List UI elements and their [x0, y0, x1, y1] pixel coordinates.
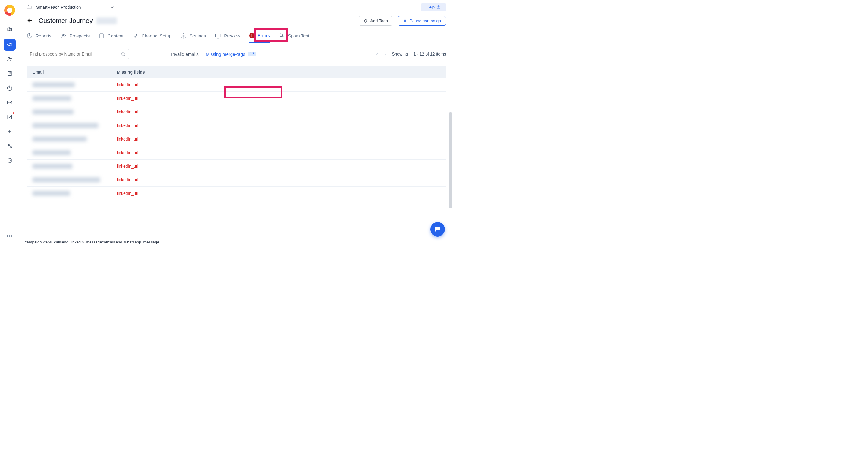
missing-field-value: linkedin_url [117, 177, 253, 182]
pager-range: 1 - 12 of 12 items [413, 52, 446, 56]
missing-field-value: linkedin_url [117, 164, 253, 169]
col-missing: Missing fields [117, 70, 440, 75]
pause-campaign-button[interactable]: Pause campaign [398, 16, 446, 26]
table-row[interactable]: linkedin_url [27, 187, 446, 200]
nav-people[interactable] [4, 53, 16, 65]
table-row[interactable]: linkedin_url [27, 159, 446, 173]
search-box[interactable] [27, 49, 129, 59]
add-tags-label: Add Tags [370, 19, 388, 23]
email-redacted [33, 164, 72, 169]
email-redacted [33, 150, 70, 155]
svg-rect-19 [216, 34, 220, 37]
nav-campaigns[interactable] [4, 39, 16, 51]
rocket-icon [7, 27, 13, 33]
campaign-name-redacted [96, 18, 117, 24]
email-cell [33, 191, 117, 196]
svg-point-20 [122, 53, 124, 55]
workspace-selector[interactable]: SmartReach Production [27, 4, 115, 10]
tab-content[interactable]: Content [98, 29, 124, 43]
sliders-icon [133, 33, 138, 39]
missing-field-value: linkedin_url [117, 123, 253, 128]
table-row[interactable]: linkedin_url [27, 92, 446, 105]
merge-count-badge: 12 [248, 52, 256, 56]
content: Invalid emails Missing merge-tags 12 ‹ ›… [19, 43, 453, 245]
svg-point-0 [8, 57, 10, 59]
plus-icon [7, 128, 13, 135]
svg-point-16 [136, 34, 137, 35]
email-redacted [33, 137, 87, 142]
email-cell [33, 110, 117, 114]
svg-rect-11 [404, 20, 405, 22]
table-header: Email Missing fields [27, 66, 446, 78]
help-button[interactable]: Help [421, 3, 446, 11]
flag-icon [279, 33, 285, 39]
nav-add[interactable] [4, 125, 16, 138]
nav-settings[interactable] [4, 154, 16, 167]
help-icon [436, 5, 441, 9]
monitor-icon [215, 33, 221, 39]
nav-building[interactable] [4, 67, 16, 80]
tag-icon [363, 19, 368, 23]
error-sub-tabs: Invalid emails Missing merge-tags 12 [171, 47, 256, 61]
user-search-icon [7, 143, 13, 149]
add-tags-button[interactable]: Add Tags [359, 16, 393, 26]
scrollbar[interactable] [449, 112, 452, 208]
filter-row: Invalid emails Missing merge-tags 12 ‹ ›… [19, 47, 453, 61]
tab-channel-setup[interactable]: Channel Setup [133, 29, 172, 43]
nav-rocket[interactable] [4, 24, 16, 36]
pie-icon [7, 85, 13, 91]
table-row[interactable]: linkedin_url [27, 146, 446, 159]
nav-inbox[interactable] [4, 96, 16, 109]
nav-more[interactable]: ••• [7, 234, 13, 238]
tab-label: Channel Setup [142, 33, 172, 38]
pie-icon [27, 33, 33, 39]
email-redacted [33, 96, 71, 101]
tab-prospects[interactable]: Prospects [61, 29, 90, 43]
table-row[interactable]: linkedin_url [27, 173, 446, 187]
tab-preview[interactable]: Preview [215, 29, 240, 43]
table-row[interactable]: linkedin_url [27, 119, 446, 133]
missing-field-value: linkedin_url [117, 191, 253, 196]
pause-label: Pause campaign [410, 19, 441, 23]
tab-reports[interactable]: Reports [27, 29, 52, 43]
help-label: Help [427, 5, 435, 9]
table-row[interactable]: linkedin_url [27, 133, 446, 146]
sidebar: ••• [0, 0, 19, 245]
tab-label: Preview [224, 33, 240, 38]
svg-point-1 [10, 58, 11, 59]
table-body: linkedin_urllinkedin_urllinkedin_urllink… [27, 78, 446, 200]
tab-label: Content [107, 33, 124, 38]
email-redacted [33, 177, 100, 182]
table-row[interactable]: linkedin_url [27, 78, 446, 92]
missing-field-value: linkedin_url [117, 96, 253, 101]
missing-field-value: linkedin_url [117, 82, 253, 87]
chat-widget[interactable] [430, 222, 445, 236]
subtab-label: Invalid emails [171, 52, 198, 57]
pager-next[interactable]: › [384, 52, 386, 56]
subtab-missing-merge-tags[interactable]: Missing merge-tags 12 [206, 47, 256, 61]
nav-analytics[interactable] [4, 82, 16, 94]
tab-label: Spam Test [288, 33, 309, 38]
svg-rect-12 [405, 20, 406, 22]
email-cell [33, 82, 117, 87]
tab-label: Settings [190, 33, 206, 38]
subtab-invalid-emails[interactable]: Invalid emails [171, 47, 198, 61]
email-cell [33, 123, 117, 128]
titlebar: Customer Journey Add Tags Pause campaign [19, 13, 453, 29]
table-row[interactable]: linkedin_url [27, 105, 446, 119]
tab-settings[interactable]: Settings [181, 29, 206, 43]
tab-spam-test[interactable]: Spam Test [279, 29, 309, 43]
search-input[interactable] [30, 52, 121, 56]
email-redacted [33, 82, 75, 87]
pager-prev[interactable]: ‹ [376, 52, 378, 56]
svg-point-14 [64, 35, 65, 36]
email-cell [33, 96, 117, 101]
col-email: Email [33, 70, 117, 75]
nav-user-search[interactable] [4, 140, 16, 152]
tab-errors[interactable]: ! Errors [249, 29, 270, 43]
gear-icon [181, 33, 187, 39]
svg-rect-4 [7, 115, 11, 119]
nav-tasks[interactable] [4, 111, 16, 123]
email-cell [33, 177, 117, 182]
back-button[interactable] [27, 17, 33, 25]
